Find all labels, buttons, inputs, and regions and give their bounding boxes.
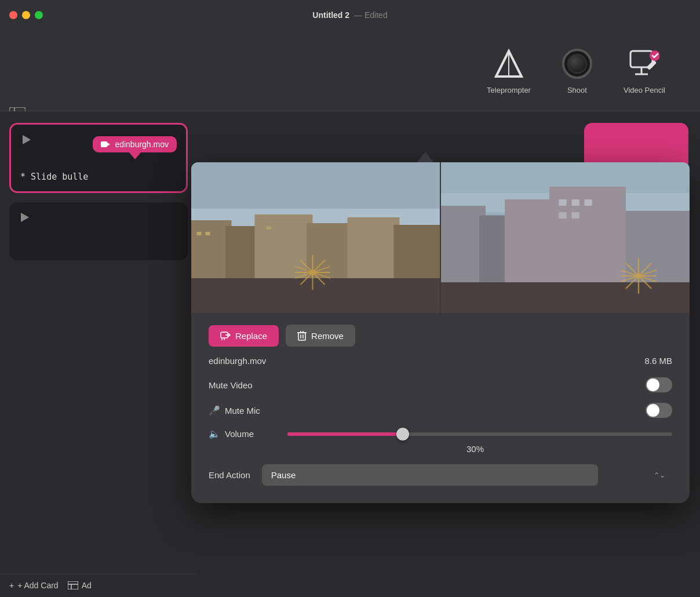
- mute-mic-row: 🎤 Mute Mic: [209, 403, 672, 418]
- volume-icon: 🔈: [209, 428, 220, 439]
- shoot-icon: [562, 49, 592, 79]
- video-frame-left: [191, 162, 440, 313]
- mute-video-text: Mute Video: [209, 380, 253, 390]
- add-template-label: Ad: [82, 581, 92, 590]
- file-size: 8.6 MB: [644, 356, 672, 366]
- video-preview-strip: [191, 162, 690, 313]
- svg-marker-11: [107, 143, 110, 146]
- card-2[interactable]: [9, 202, 188, 260]
- end-action-row: End Action Pause Loop Next Slide Stop ⌃⌄: [209, 464, 672, 486]
- file-info-row: edinburgh.mov 8.6 MB: [209, 356, 672, 366]
- card-1-video-badge[interactable]: edinburgh.mov: [93, 136, 177, 152]
- badge-arrow: [129, 152, 141, 159]
- popup-actions: Replace Remove: [209, 325, 672, 347]
- toolbar-item-teleprompter[interactable]: Teleprompter: [487, 46, 531, 94]
- mute-video-toggle[interactable]: [646, 377, 672, 392]
- card-1-video-name: edinburgh.mov: [115, 140, 169, 149]
- svg-rect-13: [68, 581, 78, 589]
- card-1[interactable]: edinburgh.mov * Slide bulle: [9, 123, 188, 193]
- card-1-text: * Slide bulle: [20, 172, 177, 182]
- svg-rect-43: [585, 199, 592, 206]
- video-popup: Replace Remove edinburgh.mov 8.6 MB: [191, 162, 690, 503]
- toolbar-item-shoot[interactable]: Shoot: [560, 46, 595, 94]
- mute-mic-label: 🎤 Mute Mic: [209, 405, 260, 416]
- volume-knob[interactable]: [396, 428, 409, 441]
- file-name: edinburgh.mov: [209, 356, 266, 366]
- toolbar: Teleprompter Shoot Video Pencil: [0, 30, 700, 111]
- mute-video-label: Mute Video: [209, 380, 253, 390]
- svg-marker-9: [23, 135, 31, 144]
- teleprompter-label: Teleprompter: [487, 86, 531, 94]
- svg-rect-24: [197, 232, 202, 235]
- end-action-select[interactable]: Pause Loop Next Slide Stop: [262, 464, 598, 486]
- svg-rect-44: [559, 212, 567, 219]
- svg-rect-25: [206, 232, 210, 235]
- svg-rect-47: [441, 282, 690, 313]
- svg-point-54: [636, 274, 641, 279]
- mute-video-knob: [647, 378, 659, 391]
- mic-icon: 🎤: [209, 405, 220, 416]
- popup-content: Replace Remove edinburgh.mov 8.6 MB: [191, 313, 690, 503]
- card-2-play-button[interactable]: [19, 212, 178, 226]
- chevron-down-icon: ⌃⌄: [654, 471, 665, 479]
- close-button[interactable]: [9, 11, 17, 19]
- toolbar-item-videopencil[interactable]: Video Pencil: [624, 46, 665, 94]
- mute-mic-toggle[interactable]: [646, 403, 672, 418]
- svg-rect-3: [646, 60, 657, 70]
- volume-label: 🔈 Volume: [209, 428, 278, 439]
- teleprompter-icon: [491, 46, 526, 81]
- svg-rect-45: [572, 212, 579, 219]
- add-card-label: + Add Card: [17, 581, 58, 590]
- replace-icon: [220, 331, 231, 340]
- replace-button[interactable]: Replace: [209, 325, 279, 347]
- video-frame-right: [441, 162, 690, 313]
- bottom-bar: + + Add Card Ad: [0, 573, 197, 597]
- window-controls: [9, 11, 43, 19]
- remove-button[interactable]: Remove: [286, 325, 355, 347]
- title-edited: — Edited: [354, 10, 388, 20]
- svg-marker-12: [21, 213, 29, 222]
- add-template-button[interactable]: Ad: [68, 581, 92, 590]
- svg-rect-10: [101, 141, 107, 147]
- add-card-button[interactable]: + + Add Card: [9, 581, 59, 590]
- left-panel: edinburgh.mov * Slide bulle + + Add Card: [0, 111, 197, 597]
- replace-label: Replace: [235, 331, 267, 341]
- mute-mic-text: Mute Mic: [225, 406, 260, 416]
- volume-text: Volume: [225, 429, 254, 439]
- svg-rect-27: [191, 278, 440, 313]
- add-card-icon: +: [9, 581, 14, 590]
- mute-video-row: Mute Video: [209, 377, 672, 392]
- end-action-wrapper: Pause Loop Next Slide Stop ⌃⌄: [262, 464, 672, 486]
- videopencil-label: Video Pencil: [624, 86, 665, 94]
- shoot-label: Shoot: [567, 86, 587, 94]
- volume-percent: 30%: [278, 444, 672, 454]
- title-bar: Untitled 2 — Edited: [0, 0, 700, 30]
- volume-slider[interactable]: [287, 432, 672, 436]
- volume-fill: [287, 432, 403, 436]
- svg-rect-41: [559, 199, 567, 206]
- window-title: Untitled 2 — Edited: [312, 10, 387, 20]
- mute-mic-knob: [647, 404, 659, 417]
- svg-rect-26: [267, 226, 271, 230]
- svg-rect-42: [572, 199, 579, 206]
- popup-arrow: [417, 152, 433, 162]
- end-action-label: End Action: [209, 470, 250, 480]
- svg-point-34: [310, 270, 316, 275]
- remove-label: Remove: [311, 331, 344, 341]
- svg-rect-59: [298, 333, 305, 340]
- shoot-icon-container: [560, 46, 595, 81]
- title-text: Untitled 2: [312, 10, 349, 20]
- trash-icon: [297, 330, 307, 341]
- videopencil-icon-container: [627, 46, 662, 81]
- maximize-button[interactable]: [35, 11, 43, 19]
- minimize-button[interactable]: [22, 11, 30, 19]
- volume-row: 🔈 Volume: [209, 428, 672, 439]
